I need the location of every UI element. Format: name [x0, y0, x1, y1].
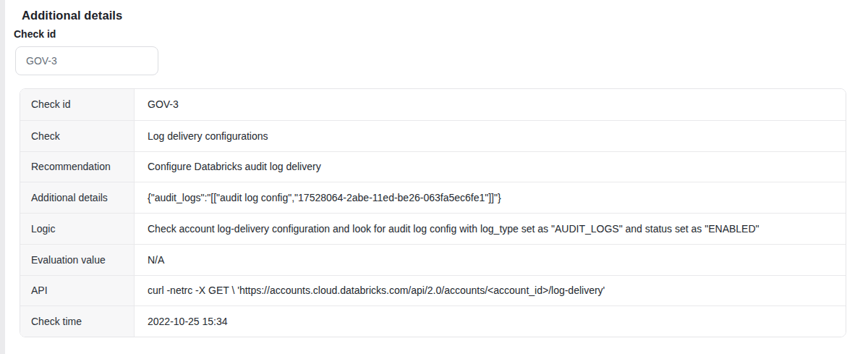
row-label: Check — [20, 121, 135, 151]
row-value: N/A — [135, 245, 846, 275]
table-row-logic: Logic Check account log-delivery configu… — [20, 213, 846, 244]
row-label: Check id — [20, 89, 135, 120]
row-value: 2022-10-25 15:34 — [135, 306, 846, 337]
check-id-input[interactable] — [15, 46, 158, 75]
row-label: API — [20, 276, 135, 306]
table-row-check: Check Log delivery configurations — [20, 120, 846, 151]
row-value: Check account log-delivery configuration… — [135, 214, 846, 244]
row-value: curl -netrc -X GET \ 'https://accounts.c… — [135, 276, 846, 306]
check-id-field-label: Check id — [14, 28, 56, 40]
table-row-check-id: Check id GOV-3 — [20, 89, 846, 120]
row-label: Additional details — [20, 182, 135, 213]
row-value: Log delivery configurations — [135, 121, 846, 151]
row-label: Evaluation value — [20, 245, 135, 275]
row-label: Recommendation — [20, 152, 135, 182]
page-title: Additional details — [22, 9, 122, 22]
additional-details-panel: Additional details Check id Check id GOV… — [0, 0, 868, 354]
row-value: {"audit_logs":"[["audit log config","175… — [135, 182, 846, 213]
table-row-evaluation-value: Evaluation value N/A — [20, 244, 846, 275]
row-value: GOV-3 — [135, 89, 846, 120]
check-details-table: Check id GOV-3 Check Log delivery config… — [20, 88, 846, 337]
table-row-check-time: Check time 2022-10-25 15:34 — [20, 305, 846, 337]
table-row-api: API curl -netrc -X GET \ 'https://accoun… — [20, 275, 846, 306]
table-row-additional-details: Additional details {"audit_logs":"[["aud… — [20, 182, 846, 213]
row-value: Configure Databricks audit log delivery — [135, 152, 846, 182]
row-label: Logic — [20, 214, 135, 244]
row-label: Check time — [20, 306, 135, 337]
panel-left-edge — [0, 0, 5, 354]
table-row-recommendation: Recommendation Configure Databricks audi… — [20, 151, 846, 182]
